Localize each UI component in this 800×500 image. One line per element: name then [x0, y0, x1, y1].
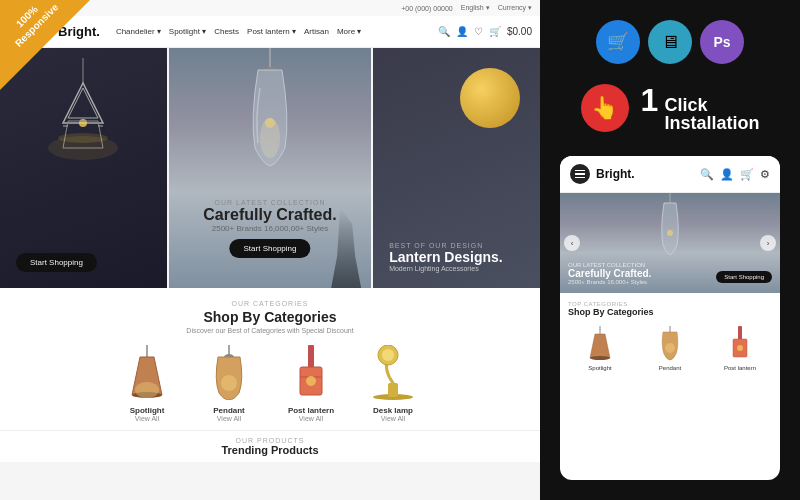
hero-center-subtitle: 2500+ Brands 16,000,00+ Styles	[203, 224, 336, 233]
mobile-spotlight-name: Spotlight	[568, 365, 632, 371]
sphere-lamp	[460, 68, 520, 128]
nav-spotlight[interactable]: Spotlight ▾	[169, 27, 206, 36]
trending-section: OUR PRODUCTS Trending Products	[0, 430, 540, 462]
mobile-hero-title: Carefully Crafted.	[568, 268, 651, 279]
category-spotlight: Spotlight View All	[112, 342, 182, 422]
spotlight-image	[117, 342, 177, 402]
mobile-header: Bright. 🔍 👤 🛒 ⚙	[560, 156, 780, 193]
collection-label: OUR LATEST COLLECTION	[203, 199, 336, 206]
mobile-post-lantern-img	[720, 323, 760, 363]
click-button-icon: 👆	[581, 84, 629, 132]
mobile-spotlight-svg	[585, 326, 615, 361]
trending-title: Trending Products	[16, 444, 524, 456]
desk-lamp-svg	[368, 345, 418, 400]
mobile-cat-title: Shop By Categories	[568, 307, 772, 317]
mobile-logo: Bright.	[596, 167, 694, 181]
nav-chandelier[interactable]: Chandelier ▾	[116, 27, 161, 36]
hero-panel-left: Start Shopping	[0, 48, 167, 288]
hero-right-text: BEST OF OUR DESIGN Lantern Designs. Mode…	[389, 242, 524, 272]
svg-point-32	[665, 343, 675, 353]
ps-icon-symbol: Ps	[713, 34, 730, 50]
installation-label: Installation	[664, 114, 759, 132]
hero-center-title: Carefully Crafted.	[203, 206, 336, 224]
mobile-pendant-name: Pendant	[638, 365, 702, 371]
cart-header-icon[interactable]: 🛒	[489, 26, 501, 37]
nav-chests[interactable]: Chests	[214, 27, 239, 36]
click-install-text: 1 Click Installation	[641, 84, 760, 132]
mobile-hero-text: OUR LATEST COLLECTION Carefully Crafted.…	[568, 262, 651, 285]
menu-line-3	[575, 177, 585, 179]
svg-point-15	[135, 382, 159, 398]
mobile-header-icons: 🔍 👤 🛒 ⚙	[700, 168, 770, 181]
mobile-nav-left[interactable]: ‹	[564, 235, 580, 251]
currency-selector: Currency ▾	[498, 4, 532, 12]
post-lantern-svg	[286, 345, 336, 400]
svg-point-30	[590, 356, 610, 360]
mobile-account-icon[interactable]: 👤	[720, 168, 734, 181]
desktop-icon-symbol: 🖥	[661, 32, 679, 53]
post-lantern-name: Post lantern	[276, 406, 346, 415]
svg-rect-19	[308, 345, 314, 370]
nav-post-lantern[interactable]: Post lantern ▾	[247, 27, 296, 36]
desk-lamp-image	[363, 342, 423, 402]
glass-lamp-svg	[230, 48, 310, 188]
svg-point-3	[79, 119, 87, 127]
account-icon[interactable]: 👤	[456, 26, 468, 37]
mobile-hero-subtitle: 2500+ Brands 16,000+ Styles	[568, 279, 651, 285]
hero-panel-right: BEST OF OUR DESIGN Lantern Designs. Mode…	[373, 48, 540, 288]
cart-icon-symbol: 🛒	[607, 31, 629, 53]
svg-point-26	[382, 349, 394, 361]
pendant-name: Pendant	[194, 406, 264, 415]
mobile-glass-lamp	[650, 193, 690, 263]
mobile-menu-icon[interactable]	[570, 164, 590, 184]
wishlist-icon[interactable]: ♡	[474, 26, 483, 37]
nav-artisan[interactable]: Artisan	[304, 27, 329, 36]
touch-icon: 👆	[591, 95, 618, 121]
site-logo: Bright.	[58, 24, 100, 39]
post-lantern-image	[281, 342, 341, 402]
mobile-nav-right[interactable]: ›	[760, 235, 776, 251]
mobile-pendant-img	[650, 323, 690, 363]
geometric-lamp-svg	[48, 58, 118, 178]
header-icons: 🔍 👤 ♡ 🛒 $0.00	[438, 26, 532, 37]
spotlight-link[interactable]: View All	[112, 415, 182, 422]
desk-lamp-name: Desk lamp	[358, 406, 428, 415]
mobile-categories: TOP CATEGORIES Shop By Categories Spotli…	[560, 293, 780, 379]
trending-label: OUR PRODUCTS	[16, 437, 524, 444]
mobile-search-icon[interactable]: 🔍	[700, 168, 714, 181]
nav-more[interactable]: More ▾	[337, 27, 361, 36]
right-panel: 🛒 🖥 Ps 👆 1 Click Installation	[540, 0, 800, 500]
categories-label: OUR CATEGORIES	[16, 300, 524, 307]
menu-line-2	[575, 173, 585, 175]
spotlight-svg	[122, 345, 172, 400]
click-label: Click	[664, 96, 759, 114]
mobile-cart-icon[interactable]: 🛒	[740, 168, 754, 181]
desk-lamp-link[interactable]: View All	[358, 415, 428, 422]
mobile-settings-icon[interactable]: ⚙	[760, 168, 770, 181]
pendant-link[interactable]: View All	[194, 415, 264, 422]
left-shop-button[interactable]: Start Shopping	[16, 253, 97, 272]
svg-point-18	[221, 375, 237, 391]
click-number: 1	[641, 84, 659, 116]
mobile-spotlight-img	[580, 323, 620, 363]
svg-point-8	[48, 136, 118, 160]
categories-title: Shop By Categories	[16, 309, 524, 325]
website-preview: 100% Responsive +00 (000) 00000 English …	[0, 0, 540, 500]
nav-menu: Chandelier ▾ Spotlight ▾ Chests Post lan…	[116, 27, 432, 36]
center-shop-button[interactable]: Start Shopping	[230, 239, 311, 258]
mobile-pendant-svg	[655, 326, 685, 361]
mobile-shop-btn[interactable]: Start Shopping	[716, 271, 772, 283]
post-lantern-link[interactable]: View All	[276, 415, 346, 422]
mobile-cat-grid: Spotlight Pendant	[568, 323, 772, 371]
category-desk-lamp: Desk lamp View All	[358, 342, 428, 422]
svg-rect-33	[738, 326, 742, 340]
ps-feature-icon: Ps	[700, 20, 744, 64]
mobile-hero: ‹ › OUR LATEST COLLECTION Carefully Craf…	[560, 193, 780, 293]
spotlight-name: Spotlight	[112, 406, 182, 415]
search-icon[interactable]: 🔍	[438, 26, 450, 37]
cart-price: $0.00	[507, 26, 532, 37]
site-header: Bright. Chandelier ▾ Spotlight ▾ Chests …	[0, 16, 540, 48]
mobile-post-lantern-name: Post lantern	[708, 365, 772, 371]
mobile-post-lantern-svg	[725, 326, 755, 361]
click-installation-row: 👆 1 Click Installation	[556, 84, 784, 132]
